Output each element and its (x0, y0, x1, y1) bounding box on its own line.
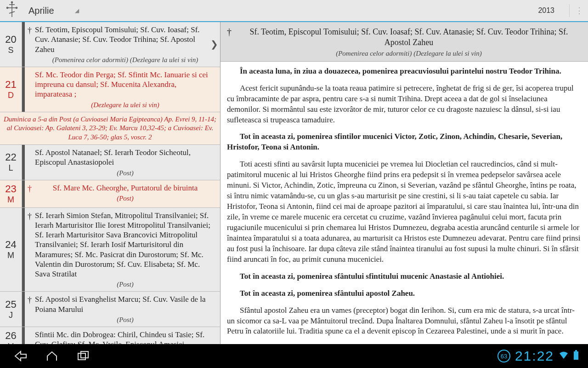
day-row[interactable]: 20S†Sf. Teotim, Episcopul Tomisului; Sf.… (0, 22, 220, 67)
app-icon (5, 0, 19, 21)
day-row[interactable]: 23M†Sf. Mare Mc. Gheorghe, Purtatorul de… (0, 180, 220, 208)
saints-text: Sf. Apostol Natanael; Sf. Ierarh Teodor … (35, 148, 215, 167)
clock: 21:22 (515, 348, 554, 364)
cross-icon: † (28, 183, 35, 205)
saints-text: Sf. Ierarh Simion Stefan, Mitropolitul T… (35, 211, 215, 279)
back-button[interactable] (9, 348, 32, 364)
divider (569, 4, 570, 17)
day-row[interactable]: 24M†Sf. Ierarh Simion Stefan, Mitropolit… (0, 208, 220, 292)
fasting-note: (Post) (35, 169, 215, 177)
home-button[interactable] (40, 348, 63, 364)
recent-apps-button[interactable] (72, 348, 95, 364)
wifi-icon (559, 351, 569, 362)
cross-icon (28, 148, 35, 177)
system-navbar: 63 21:22 (0, 344, 588, 368)
saints-text: Sf. Teotim, Episcopul Tomisului; Sf. Cuv… (35, 25, 215, 54)
lectionary-note: Duminica a 5-a din Post (a Cuvioasei Mar… (0, 112, 220, 145)
cross-icon (28, 70, 35, 109)
cross-icon: † (28, 294, 35, 324)
detail-saints: Sf. Teotim, Episcopul Tomisului; Sf. Cuv… (236, 27, 582, 48)
detail-paragraph: Tot în aceasta zi, pomenirea sfântului s… (227, 271, 582, 282)
day-row[interactable]: 26VSfintii Mc. din Dobrogea: Chiril, Chi… (0, 327, 220, 344)
overflow-menu-icon[interactable]: ⋮ (575, 6, 583, 16)
date-cell: 23M (0, 180, 22, 207)
saints-text: Sf. Mc. Teodor din Perga; Sf. Sfintit Mc… (35, 70, 215, 99)
fasting-note: (Post) (35, 316, 215, 324)
detail-body: În aceasta luna, în ziua a douazecea, po… (220, 62, 588, 344)
date-cell: 21D (0, 67, 22, 112)
day-row[interactable]: 25J†Sf. Apostol si Evanghelist Marcu; Sf… (0, 292, 220, 327)
date-cell: 25J (0, 292, 22, 327)
date-cell: 20S (0, 22, 22, 67)
detail-paragraph: Tot în aceasta zi, pomenirea sfântului a… (227, 288, 582, 299)
cross-icon: † (28, 211, 35, 289)
battery-icon (573, 350, 579, 362)
svg-rect-10 (575, 350, 577, 351)
calendar-list[interactable]: 20S†Sf. Teotim, Episcopul Tomisului; Sf.… (0, 22, 220, 344)
detail-paragraph: Sfântul apostol Zaheu era un vames (prec… (227, 305, 582, 337)
day-row[interactable]: 22LSf. Apostol Natanael; Sf. Ierarh Teod… (0, 145, 220, 180)
date-cell: 26V (0, 327, 22, 344)
cross-icon: † (28, 25, 35, 64)
fasting-note: (Pomenirea celor adormiti) (Dezlegare la… (35, 56, 215, 64)
detail-paragraph: Acest fericit supunându-se la toata reau… (227, 83, 582, 126)
svg-rect-7 (78, 353, 85, 360)
detail-header: † Sf. Teotim, Episcopul Tomisului; Sf. C… (220, 22, 588, 62)
fasting-note: (Post) (35, 281, 215, 288)
fasting-note: (Post) (35, 195, 215, 202)
svg-rect-8 (81, 351, 88, 358)
saints-text: Sf. Apostol si Evanghelist Marcu; Sf. Cu… (35, 294, 215, 314)
dropdown-arrow-icon[interactable]: ◢ (75, 7, 79, 14)
fasting-note: (Dezlegare la ulei si vin) (35, 101, 215, 109)
detail-paragraph: Tot în aceasta zi, pomenirea sfintilor m… (227, 132, 582, 153)
detail-paragraph: În aceasta luna, în ziua a douazecea, po… (227, 66, 582, 77)
date-cell: 24M (0, 208, 22, 292)
detail-note: (Pomenirea celor adormiti) (Dezlegare la… (236, 50, 582, 58)
year-label[interactable]: 2013 (538, 6, 554, 15)
month-label[interactable]: Aprilie (28, 6, 54, 16)
cross-icon: † (227, 27, 236, 58)
saints-text: Sf. Mare Mc. Gheorghe, Purtatorul de bir… (35, 183, 215, 193)
date-cell: 22L (0, 145, 22, 180)
battery-badge: 63 (498, 350, 510, 362)
cross-icon (28, 330, 35, 344)
svg-rect-9 (574, 351, 578, 360)
detail-paragraph: Toti acesti sfinti au savârsit lupta muc… (227, 159, 582, 264)
chevron-right-icon: ❯ (210, 39, 218, 50)
saints-text: Sfintii Mc. din Dobrogea: Chiril, Chinde… (35, 330, 215, 344)
detail-panel[interactable]: † Sf. Teotim, Episcopul Tomisului; Sf. C… (220, 22, 588, 344)
day-row[interactable]: 21DSf. Mc. Teodor din Perga; Sf. Sfintit… (0, 67, 220, 112)
